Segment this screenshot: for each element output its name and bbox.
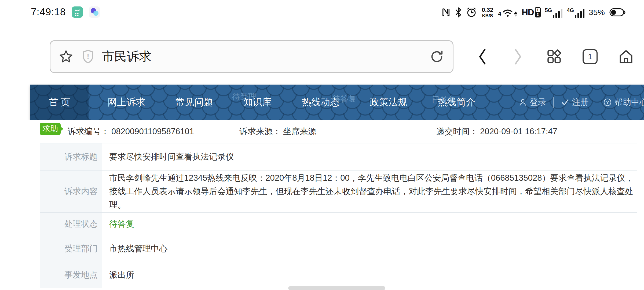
battery-icon [609,8,626,17]
user-icon [518,98,527,107]
table-row-location: 事发地点 派出所 [40,262,637,288]
row-value: 市热线管理中心 [102,235,637,262]
horizontal-scrollbar[interactable] [288,286,385,290]
nav-item-home[interactable]: 首 页 [30,85,89,120]
nfc-icon [441,7,451,17]
home-button[interactable] [608,49,644,65]
site-navbar: 首 页 网上诉求 常见问题 知识库 热线动态 政策法规 热线简介 待受理 待答复… [30,85,644,120]
ticket-type-badge: 求助 [40,123,63,135]
question-circle-icon: ? [603,98,612,107]
register-link[interactable]: 注册 [561,97,589,108]
svg-text:?: ? [606,100,609,105]
status-bar: 7:49:18 [0,0,644,25]
back-button[interactable] [464,48,500,65]
row-label: 受理部门 [40,235,102,262]
ticket-source-field: 诉求来源： 坐席来源 [239,120,316,143]
nav-item-faq[interactable]: 常见问题 [164,85,224,120]
browser-toolbar: ! 市民诉求 [0,25,644,85]
forward-button[interactable] [500,48,536,65]
status-badge: 待答复 [102,213,637,235]
row-label: 诉求内容 [40,171,102,212]
ticket-id-value: 082009011095876101 [111,127,194,136]
screen: 7:49:18 [0,0,644,290]
divider [596,97,596,108]
address-bar-text[interactable]: 市民诉求 [102,48,429,65]
ticket-source-value: 坐席来源 [283,126,316,137]
ticket-detail-table: 诉求标题 要求尽快安排时间查看执法记录仪 诉求内容 市民李剑峰先生通过12345… [40,143,637,290]
wifi-icon: 4 [498,7,517,17]
badge-arrow [60,126,63,132]
network-speed: 0.32 KB/S [482,7,493,18]
alarm-icon [466,7,477,18]
bluetooth-icon [455,7,462,18]
ticket-time-field: 递交时间： 2020-09-01 16:17:47 [436,120,557,143]
svg-text:!: ! [87,53,89,60]
notification-app-icon [72,6,83,18]
tab-switcher-button[interactable]: 1 [572,49,608,64]
row-label: 诉求标题 [40,143,102,170]
ticket-header: 求助 诉求编号： 082009011095876101 诉求来源： 坐席来源 递… [0,120,644,143]
nav-item-policies[interactable]: 政策法规 [358,85,419,120]
check-icon [561,98,569,107]
table-row-content: 诉求内容 市民李剑峰先生通过12345热线来电反映：2020年8月18日12：0… [40,171,637,213]
address-bar[interactable]: ! 市民诉求 [50,40,453,73]
row-value: 要求尽快安排时间查看执法记录仪 [102,143,637,170]
site-security-shield-icon[interactable]: ! [81,49,95,64]
help-center-link[interactable]: ? 帮助中心 [603,97,644,108]
row-value: 市民李剑峰先生通过12345热线来电反映：2020年8月18日12：00，李先生… [102,171,637,212]
clock-time: 7:49:18 [31,6,66,18]
nav-item-online-appeal[interactable]: 网上诉求 [96,85,156,120]
table-row-title: 诉求标题 要求尽快安排时间查看执法记录仪 [40,143,637,171]
hd-volte-icon: HD 1 2 [522,7,541,17]
divider [553,97,554,108]
menu-grid-icon[interactable] [536,49,572,65]
login-link[interactable]: 登录 [518,97,546,108]
nav-item-hotline-news[interactable]: 热线动态 [291,85,351,120]
ticket-id-field: 诉求编号： 082009011095876101 [68,120,194,143]
sim1-signal-icon: 5G [545,7,563,18]
battery-percent: 35% [589,8,605,17]
sim2-signal-icon: 4G [567,7,584,18]
refresh-icon[interactable] [429,49,445,64]
row-value: 派出所 [102,262,637,288]
bookmark-star-icon[interactable] [58,49,74,64]
notification-circles-icon [89,6,100,18]
table-row-department: 受理部门 市热线管理中心 [40,235,637,262]
nav-item-hotline-intro[interactable]: 热线简介 [426,85,486,120]
nav-item-knowledge-base[interactable]: 知识库 [232,85,283,120]
row-label: 事发地点 [40,262,102,288]
row-label: 处理状态 [40,213,102,235]
table-row-status: 处理状态 待答复 [40,213,637,235]
ticket-time-value: 2020-09-01 16:17:47 [480,127,557,136]
